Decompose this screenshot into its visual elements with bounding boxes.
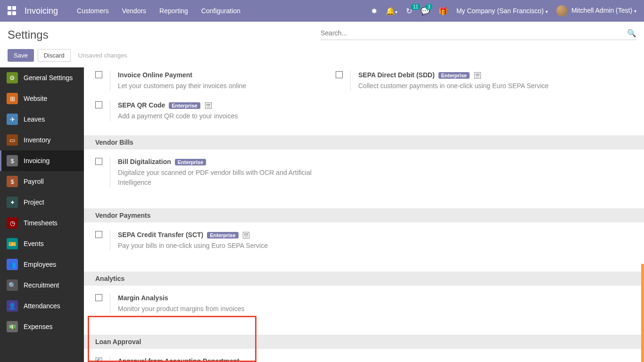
- sidebar-item-website[interactable]: ⊞Website: [0, 88, 84, 109]
- debug-icon[interactable]: ✸: [371, 7, 377, 16]
- bell-icon[interactable]: 🔔▾: [386, 7, 397, 16]
- sidebar-item-invoicing[interactable]: $Invoicing: [0, 150, 84, 171]
- brand: Invoicing: [25, 6, 58, 16]
- checkbox-sepa-credit-transfer[interactable]: [95, 231, 102, 238]
- payroll-icon: $: [7, 176, 18, 187]
- user-menu[interactable]: Mitchell Admin (Test) ▾: [556, 5, 636, 16]
- content[interactable]: Invoice Online Payment Let your customer…: [84, 67, 644, 362]
- sidebar-item-label: Inventory: [24, 136, 51, 144]
- sidebar-item-leaves[interactable]: ✈Leaves: [0, 109, 84, 130]
- section-analytics: Margin Analysis Monitor your product mar…: [84, 286, 644, 335]
- timesheets-icon: ◷: [7, 217, 18, 229]
- section-header-analytics: Analytics: [84, 272, 644, 286]
- project-icon: ✦: [7, 197, 18, 208]
- sidebar-item-recruitment[interactable]: 🔍Recruitment: [0, 275, 84, 296]
- checkbox-sepa-qr-code[interactable]: [95, 101, 102, 108]
- checkbox-invoice-online-payment[interactable]: [95, 71, 102, 78]
- setting-margin-analysis: Margin Analysis Monitor your product mar…: [95, 293, 317, 323]
- section-loan-approval: Approval from Accounting Department Loan…: [84, 349, 644, 362]
- setting-desc: Digitalize your scanned or PDF vendor bi…: [118, 168, 317, 188]
- setting-desc: Add a payment QR code to your invoices: [118, 111, 238, 121]
- sidebar-item-label: Invoicing: [24, 157, 50, 165]
- sidebar-item-general-settings[interactable]: ⚙General Settings: [0, 67, 84, 88]
- setting-sepa-qr-code: SEPA QR Code Enterprise Add a payment QR…: [95, 100, 317, 131]
- section-vendor-bills: Bill Digitalization Enterprise Digitaliz…: [84, 149, 644, 208]
- leaves-icon: ✈: [7, 114, 18, 125]
- nav-customers[interactable]: Customers: [77, 7, 109, 15]
- setting-title: SEPA Direct Debit (SDD) Enterprise: [358, 70, 549, 80]
- checkbox-margin-analysis[interactable]: [95, 294, 102, 301]
- enterprise-badge: Enterprise: [169, 102, 200, 109]
- website-icon: ⊞: [7, 93, 18, 104]
- main: ⚙General Settings ⊞Website ✈Leaves ▭Inve…: [0, 67, 644, 362]
- sidebar-item-label: Employees: [24, 261, 56, 268]
- enterprise-badge: Enterprise: [175, 159, 206, 165]
- status-text: Unsaved changes: [78, 52, 127, 59]
- activity-icon[interactable]: ↻11: [406, 7, 412, 16]
- sidebar: ⚙General Settings ⊞Website ✈Leaves ▭Inve…: [0, 67, 84, 362]
- sidebar-item-label: Payroll: [24, 178, 44, 185]
- nav-configuration[interactable]: Configuration: [201, 7, 240, 15]
- save-button[interactable]: Save: [8, 49, 34, 62]
- search-icon[interactable]: 🔍: [627, 29, 636, 38]
- company-selector[interactable]: My Company (San Francisco) ▾: [456, 7, 548, 15]
- section-vendor-payments: SEPA Credit Transfer (SCT) Enterprise Pa…: [84, 222, 644, 272]
- avatar: [556, 5, 568, 16]
- info-icon[interactable]: [474, 72, 481, 79]
- discuss-icon[interactable]: 💬3: [421, 7, 430, 16]
- sidebar-item-label: Events: [24, 240, 44, 247]
- search-input[interactable]: [321, 26, 627, 40]
- inventory-icon: ▭: [7, 134, 18, 146]
- sidebar-item-attendances[interactable]: 👤Attendances: [0, 296, 84, 316]
- setting-sepa-direct-debit: SEPA Direct Debit (SDD) Enterprise Colle…: [336, 70, 557, 100]
- setting-desc: Monitor your product margins from invoic…: [118, 304, 244, 314]
- sidebar-item-employees[interactable]: 👥Employees: [0, 254, 84, 275]
- setting-title: SEPA QR Code Enterprise: [118, 100, 238, 110]
- scroll-indicator: [641, 264, 644, 362]
- setting-desc: Pay your bills in one-click using Euro S…: [118, 241, 268, 251]
- top-right: ✸ 🔔▾ ↻11 💬3 🎁 My Company (San Francisco)…: [371, 5, 636, 16]
- sidebar-item-label: Project: [24, 198, 44, 206]
- info-icon[interactable]: [205, 102, 212, 109]
- section-header-vendor-bills: Vendor Bills: [84, 135, 644, 149]
- recruitment-icon: 🔍: [7, 280, 18, 291]
- search-wrap: 🔍: [321, 26, 636, 40]
- expenses-icon: 💵: [7, 321, 18, 332]
- sidebar-item-events[interactable]: 🎫Events: [0, 233, 84, 254]
- sidebar-item-label: Recruitment: [24, 281, 59, 289]
- gear-icon: ⚙: [7, 72, 18, 83]
- section-header-loan-approval: Loan Approval: [84, 335, 644, 349]
- actions-bar: Save Discard Unsaved changes: [0, 45, 644, 67]
- checkbox-approval-accounting[interactable]: [95, 357, 102, 362]
- sidebar-item-label: Leaves: [24, 115, 45, 123]
- sidebar-item-inventory[interactable]: ▭Inventory: [0, 130, 84, 150]
- discuss-badge: 3: [425, 4, 433, 10]
- nav-reporting[interactable]: Reporting: [159, 7, 188, 15]
- setting-title: SEPA Credit Transfer (SCT) Enterprise: [118, 230, 268, 240]
- setting-title: Margin Analysis: [118, 293, 244, 303]
- employees-icon: 👥: [7, 259, 18, 270]
- section-header-vendor-payments: Vendor Payments: [84, 208, 644, 222]
- sidebar-item-label: Attendances: [24, 302, 60, 310]
- sidebar-item-payroll[interactable]: $Payroll: [0, 171, 84, 192]
- discard-button[interactable]: Discard: [38, 49, 71, 62]
- nav-links: Customers Vendors Reporting Configuratio…: [77, 7, 240, 15]
- sidebar-item-expenses[interactable]: 💵Expenses: [0, 316, 84, 337]
- info-icon[interactable]: [243, 232, 249, 239]
- setting-sepa-credit-transfer: SEPA Credit Transfer (SCT) Enterprise Pa…: [95, 230, 317, 260]
- enterprise-badge: Enterprise: [207, 232, 238, 239]
- nav-vendors[interactable]: Vendors: [122, 7, 146, 15]
- apps-icon[interactable]: [8, 6, 17, 16]
- setting-desc: Collect customer payments in one-click u…: [358, 81, 549, 91]
- gift-icon[interactable]: 🎁: [438, 7, 448, 16]
- checkbox-bill-digitalization[interactable]: [95, 158, 102, 165]
- sidebar-item-label: Timesheets: [24, 219, 58, 227]
- setting-title: Approval from Accounting Department: [118, 356, 239, 362]
- setting-title: Invoice Online Payment: [118, 70, 246, 80]
- invoicing-icon: $: [7, 155, 18, 166]
- sidebar-item-timesheets[interactable]: ◷Timesheets: [0, 213, 84, 233]
- sidebar-item-label: Expenses: [24, 323, 52, 330]
- sidebar-item-project[interactable]: ✦Project: [0, 192, 84, 213]
- setting-title: Bill Digitalization Enterprise: [118, 157, 317, 167]
- checkbox-sepa-direct-debit[interactable]: [336, 71, 343, 78]
